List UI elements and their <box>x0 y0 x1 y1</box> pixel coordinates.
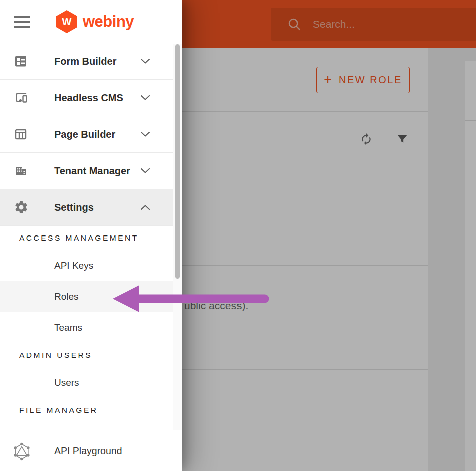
nav-item-headless-cms[interactable]: Headless CMS <box>0 80 173 116</box>
drawer-scrollbar-track <box>173 44 182 430</box>
section-header-access-management: ACCESS MANAGEMENT <box>0 226 173 250</box>
nav-item-settings[interactable]: Settings <box>0 189 173 226</box>
nav-item-tenant-manager[interactable]: Tenant Manager <box>0 153 173 189</box>
brand-name: webiny <box>83 13 134 31</box>
nav-item-label: Settings <box>54 202 94 213</box>
svg-text:W: W <box>62 16 72 27</box>
nav-item-api-playground[interactable]: API Playground <box>0 431 182 471</box>
sidebar-item-teams[interactable]: Teams <box>0 312 173 343</box>
menu-hamburger-button[interactable] <box>14 16 30 28</box>
nav-item-label: API Playground <box>54 445 122 457</box>
navigation-drawer: W webiny Form Builder Headless CMS <box>0 0 182 471</box>
sidebar-item-users[interactable]: Users <box>0 367 173 398</box>
headless-cms-icon <box>14 91 28 105</box>
drawer-menu: Form Builder Headless CMS Page Builder <box>0 43 173 422</box>
chevron-up-icon <box>141 205 150 210</box>
nav-item-label: Tenant Manager <box>54 165 130 177</box>
nav-item-label: Page Builder <box>54 129 115 140</box>
tenant-manager-icon <box>14 164 28 178</box>
chevron-down-icon <box>141 168 150 173</box>
nav-item-form-builder[interactable]: Form Builder <box>0 43 173 80</box>
webiny-logo-icon: W <box>55 10 78 34</box>
settings-icon <box>14 200 29 215</box>
nav-item-label: Headless CMS <box>54 92 123 104</box>
nav-item-label: Form Builder <box>54 56 116 67</box>
form-builder-icon <box>14 54 28 68</box>
chevron-down-icon <box>141 132 150 137</box>
drawer-scrollbar-thumb[interactable] <box>175 44 180 279</box>
page-builder-icon <box>14 127 28 141</box>
nav-item-page-builder[interactable]: Page Builder <box>0 116 173 153</box>
chevron-down-icon <box>141 59 150 64</box>
drawer-header: W webiny <box>0 0 182 43</box>
sidebar-item-roles[interactable]: Roles <box>0 281 173 312</box>
section-header-admin-users: ADMIN USERS <box>0 343 173 367</box>
webiny-logo: W webiny <box>55 10 134 34</box>
chevron-down-icon <box>141 95 150 100</box>
graphql-icon <box>13 442 30 461</box>
sidebar-item-api-keys[interactable]: API Keys <box>0 250 173 281</box>
section-header-file-manager: FILE MANAGER <box>0 398 173 422</box>
